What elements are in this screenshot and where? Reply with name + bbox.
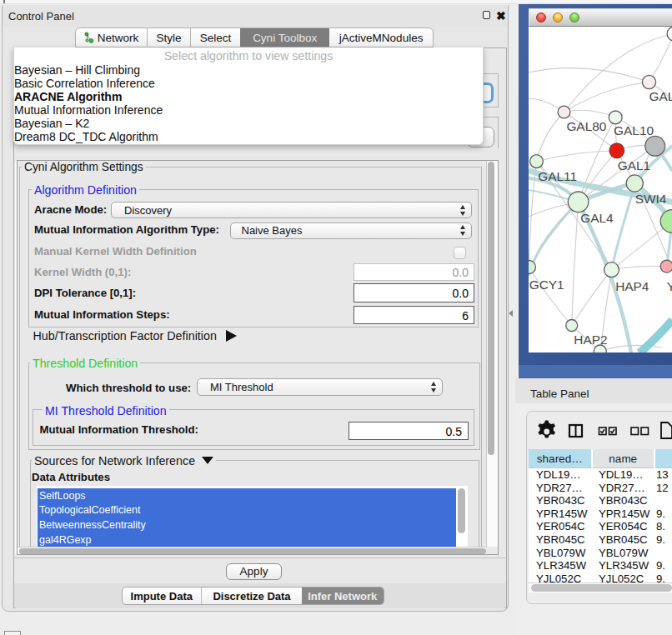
- svg-text:GAL80: GAL80: [566, 118, 606, 132]
- svg-text:GAL: GAL: [649, 88, 672, 102]
- svg-text:GAL10: GAL10: [614, 122, 654, 137]
- svg-text:HAP2: HAP2: [574, 332, 607, 346]
- svg-text:Y: Y: [666, 278, 672, 292]
- svg-text:SWI4: SWI4: [634, 192, 666, 206]
- svg-text:GCY1: GCY1: [529, 277, 564, 291]
- svg-text:GAL1: GAL1: [617, 158, 649, 172]
- svg-text:GAL4: GAL4: [580, 210, 614, 224]
- svg-text:GAL11: GAL11: [538, 168, 577, 182]
- svg-text:HAP4: HAP4: [615, 278, 649, 292]
